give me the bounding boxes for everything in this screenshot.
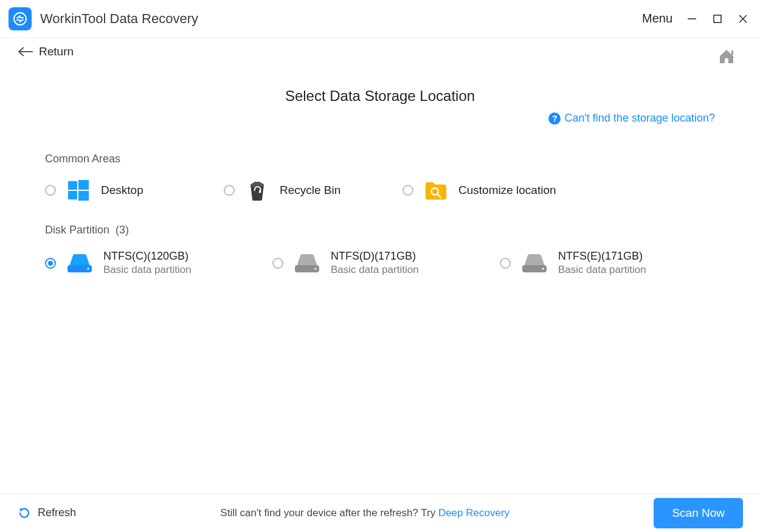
common-areas-label: Common Areas <box>45 153 715 165</box>
disk-icon <box>293 252 321 274</box>
titlebar: WorkinTool Data Recovery Menu <box>0 0 760 38</box>
radio-partition-c[interactable] <box>45 258 56 269</box>
svg-point-16 <box>87 268 89 269</box>
help-link-label: Can't find the storage location? <box>564 112 715 125</box>
refresh-button[interactable]: Refresh <box>17 506 76 520</box>
recycle-bin-icon <box>246 179 269 202</box>
option-desktop[interactable]: Desktop <box>45 179 197 202</box>
svg-point-0 <box>14 13 26 25</box>
option-customize-location-label: Customize location <box>458 184 556 197</box>
svg-point-20 <box>542 268 544 269</box>
close-button[interactable] <box>737 13 749 25</box>
help-icon: ? <box>548 112 561 125</box>
svg-rect-9 <box>68 191 77 199</box>
deep-recovery-link[interactable]: Deep Recovery <box>438 507 510 519</box>
arrow-left-icon <box>17 46 34 57</box>
windows-icon <box>67 179 90 202</box>
partition-d-title: NTFS(D)(171GB) <box>331 250 419 263</box>
page-title: Select Data Storage Location <box>45 88 715 105</box>
partition-e-subtitle: Basic data partition <box>558 264 646 276</box>
help-link[interactable]: ? Can't find the storage location? <box>548 112 715 125</box>
svg-rect-6 <box>731 50 733 55</box>
return-button[interactable]: Return <box>17 45 74 58</box>
option-recycle-bin[interactable]: Recycle Bin <box>224 179 376 202</box>
svg-rect-7 <box>68 181 77 190</box>
svg-marker-21 <box>19 508 23 512</box>
folder-search-icon <box>424 179 447 202</box>
partition-d[interactable]: NTFS(D)(171GB) Basic data partition <box>272 250 473 276</box>
option-customize-location[interactable]: Customize location <box>402 179 556 202</box>
footer-hint-prefix: Still can't find your device after the r… <box>220 507 438 519</box>
refresh-label: Refresh <box>38 506 76 519</box>
partition-d-subtitle: Basic data partition <box>331 264 419 276</box>
radio-customize-location[interactable] <box>402 185 413 196</box>
refresh-icon <box>17 506 32 520</box>
svg-rect-8 <box>78 180 89 190</box>
svg-rect-2 <box>714 15 721 22</box>
disk-partition-count: (3) <box>116 224 129 236</box>
partition-e[interactable]: NTFS(E)(171GB) Basic data partition <box>500 250 700 276</box>
disk-icon <box>66 252 94 274</box>
radio-recycle-bin[interactable] <box>224 185 235 196</box>
menu-button[interactable]: Menu <box>642 12 672 26</box>
option-recycle-bin-label: Recycle Bin <box>280 184 340 197</box>
svg-rect-10 <box>78 191 89 201</box>
scan-now-button[interactable]: Scan Now <box>654 498 743 528</box>
partition-c-title: NTFS(C)(120GB) <box>103 250 192 263</box>
partition-e-title: NTFS(E)(171GB) <box>558 250 646 263</box>
minimize-button[interactable] <box>686 13 698 25</box>
return-label: Return <box>39 45 74 58</box>
footer: Refresh Still can't find your device aft… <box>0 493 760 532</box>
subbar: Return <box>0 38 760 61</box>
logo-icon <box>13 12 27 26</box>
radio-partition-e[interactable] <box>500 258 511 269</box>
app-title: WorkinTool Data Recovery <box>40 11 198 27</box>
radio-desktop[interactable] <box>45 185 56 196</box>
home-button[interactable] <box>717 49 736 67</box>
app-logo <box>9 7 32 30</box>
main-area: Select Data Storage Location ? Can't fin… <box>0 61 760 493</box>
footer-hint: Still can't find your device after the r… <box>76 507 654 519</box>
disk-icon <box>520 252 548 274</box>
svg-point-18 <box>314 268 316 269</box>
partition-c[interactable]: NTFS(C)(120GB) Basic data partition <box>45 250 246 276</box>
disk-partition-label: Disk Partition (3) <box>45 224 715 237</box>
radio-partition-d[interactable] <box>272 258 283 269</box>
partition-c-subtitle: Basic data partition <box>103 264 192 276</box>
maximize-button[interactable] <box>711 13 724 25</box>
disk-partition-text: Disk Partition <box>45 224 109 236</box>
home-icon <box>717 49 736 64</box>
option-desktop-label: Desktop <box>101 184 143 197</box>
